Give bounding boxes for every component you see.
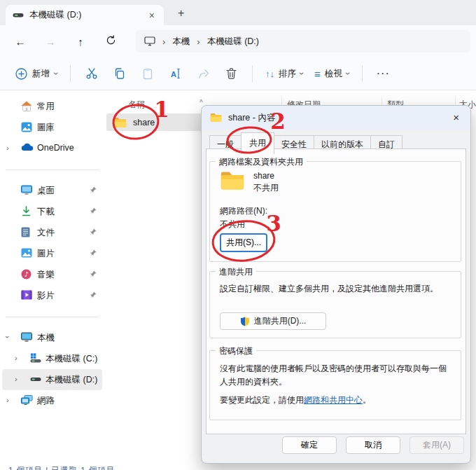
pin-icon (90, 249, 97, 259)
sidebar-item-desktop[interactable]: 桌面 (2, 180, 102, 201)
sidebar-item-pictures[interactable]: 圖片 (2, 243, 102, 264)
network-path-value: 不共用 (220, 219, 245, 230)
sidebar-label: OneDrive (37, 143, 74, 153)
rename-icon: A (169, 67, 182, 80)
breadcrumb-drive-d[interactable]: 本機磁碟 (D:) (207, 36, 259, 48)
sidebar-item-documents[interactable]: 文件 (2, 222, 102, 243)
network-sharing-group: 網路檔案及資料夾共用 share 不共用 網路路徑(N): 不共用 共用(S).… (209, 161, 461, 262)
copy-icon (113, 67, 126, 80)
chevron-down-icon: › (297, 72, 307, 75)
sidebar-label: 本機磁碟 (C:) (46, 353, 97, 365)
ok-button[interactable]: 確定 (282, 436, 337, 454)
cut-icon (85, 67, 98, 80)
drive-d-icon (30, 374, 41, 386)
sidebar-divider (0, 159, 104, 180)
dialog-title-bar: share - 內容 (202, 106, 470, 130)
chevron-right-icon[interactable]: › (6, 144, 9, 152)
chevron-down-icon[interactable]: › (4, 336, 12, 338)
sidebar-label: 音樂 (37, 269, 55, 281)
dialog-close-icon[interactable]: × (450, 111, 462, 123)
chevron-right-icon[interactable]: › (15, 354, 18, 362)
sidebar-item-network[interactable]: › 網路 (2, 390, 102, 411)
sidebar-item-onedrive[interactable]: › OneDrive (2, 138, 102, 159)
sidebar-label: 本機磁碟 (D:) (46, 374, 97, 386)
sidebar-item-this-pc[interactable]: › 本機 (2, 327, 102, 348)
group-title: 密碼保護 (216, 345, 256, 357)
shared-folder-name: share (253, 171, 274, 181)
sidebar-item-videos[interactable]: 影片 (2, 285, 102, 306)
rename-button[interactable]: A (162, 63, 190, 84)
folder-icon (113, 117, 127, 128)
document-icon (21, 227, 30, 240)
trash-icon (225, 67, 237, 80)
note-prefix: 要變更此設定，請使用 (220, 395, 304, 405)
folder-icon (220, 171, 245, 193)
network-path-label: 網路路徑(N): (220, 205, 267, 217)
explorer-window: 本機磁碟 (D:) × + ← → ↑ › 本機 › 本機磁碟 (D:) (0, 0, 476, 470)
sidebar-item-drive-c[interactable]: › 本機磁碟 (C:) (2, 348, 102, 369)
back-icon[interactable]: ← (11, 36, 29, 48)
sidebar-item-gallery[interactable]: 圖庫 (2, 117, 102, 138)
sidebar-label: 圖庫 (37, 122, 55, 134)
chevron-right-icon[interactable]: › (15, 375, 18, 383)
view-lines-icon: ≡ (314, 68, 321, 80)
sort-ascending-icon: ^ (200, 99, 203, 106)
chevron-right-icon[interactable]: › (6, 396, 9, 404)
sidebar-label: 影片 (37, 290, 55, 302)
tab-close-icon[interactable]: × (147, 10, 157, 21)
sidebar-label: 圖片 (37, 248, 55, 260)
download-icon (21, 206, 31, 219)
toolbar-divider (252, 65, 253, 82)
file-name: share (133, 118, 155, 127)
new-tab-button[interactable]: + (174, 6, 188, 21)
view-button[interactable]: ≡ 檢視 › (309, 64, 355, 84)
advanced-sharing-group: 進階共用 設定自訂權限、建立多個共用，及設定其他進階共用選項。 進階共用(D).… (209, 271, 461, 338)
tab-sharing[interactable]: 共用 (241, 132, 274, 154)
share-button[interactable]: 共用(S)... (220, 233, 267, 252)
network-sharing-center-link[interactable]: 網路和共用中心 (304, 395, 363, 405)
pin-icon (90, 207, 97, 217)
this-pc-icon (144, 36, 155, 46)
network-icon (21, 395, 33, 407)
share-button-toolbar (190, 63, 218, 84)
column-header-name[interactable]: 名稱 (128, 99, 145, 111)
chevron-right-icon: › (162, 36, 165, 47)
group-title: 網路檔案及資料夾共用 (216, 156, 307, 168)
up-icon[interactable]: ↑ (71, 36, 90, 48)
sidebar-label: 下載 (37, 206, 55, 218)
sidebar-item-downloads[interactable]: 下載 (2, 201, 102, 222)
sharing-tab-pane: 網路檔案及資料夾共用 share 不共用 網路路徑(N): 不共用 共用(S).… (206, 148, 466, 434)
sort-arrows-icon: ↑↓ (265, 69, 274, 79)
explorer-tab[interactable]: 本機磁碟 (D:) × (6, 5, 164, 25)
tab-title: 本機磁碟 (D:) (29, 9, 81, 21)
tab-bar: 本機磁碟 (D:) × + (0, 0, 476, 25)
paste-button (134, 63, 162, 84)
sidebar-label: 本機 (37, 332, 55, 344)
pin-icon (90, 291, 97, 301)
copy-button[interactable] (106, 63, 134, 84)
properties-dialog: share - 內容 × 一般 共用 安全性 以前的版本 自訂 網路檔案及資料夾… (201, 105, 471, 464)
advanced-sharing-description: 設定自訂權限、建立多個共用，及設定其他進階共用選項。 (220, 282, 451, 295)
group-title: 進階共用 (216, 266, 256, 278)
computer-icon (21, 332, 32, 344)
delete-button[interactable] (218, 63, 245, 84)
sidebar-item-drive-d[interactable]: › 本機磁碟 (D:) (2, 369, 102, 390)
svg-text:♪: ♪ (24, 270, 28, 278)
toolbar-divider (362, 65, 363, 82)
breadcrumb[interactable]: › 本機 › 本機磁碟 (D:) (136, 30, 470, 53)
cancel-button[interactable]: 取消 (346, 436, 400, 454)
sidebar-item-home[interactable]: 常用 (2, 96, 102, 117)
pin-icon (90, 228, 97, 238)
breadcrumb-this-pc[interactable]: 本機 (172, 36, 190, 48)
sidebar-item-music[interactable]: ♪ 音樂 (2, 264, 102, 285)
advanced-sharing-button[interactable]: 進階共用(D)... (220, 312, 326, 330)
chevron-right-icon: › (197, 36, 200, 47)
sort-button[interactable]: ↑↓ 排序 › (260, 64, 309, 84)
sidebar-label: 網路 (37, 395, 55, 407)
see-more-button[interactable]: ··· (370, 64, 397, 83)
new-button[interactable]: 新增 › (10, 64, 63, 84)
refresh-icon[interactable] (102, 35, 120, 48)
drive-c-icon (30, 353, 41, 365)
cut-button[interactable] (78, 63, 106, 84)
sidebar-label: 常用 (37, 101, 55, 113)
